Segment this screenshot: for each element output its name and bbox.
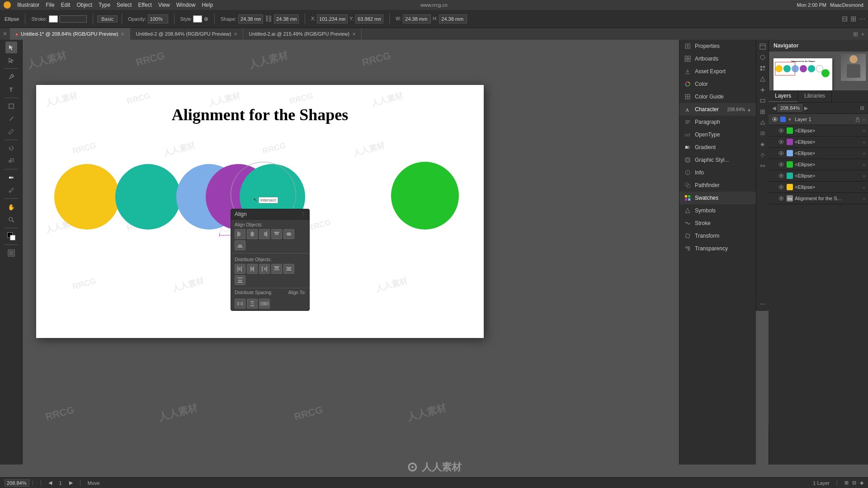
zoom-input[interactable] (778, 104, 802, 112)
layer-e2-target[interactable]: ○ (863, 140, 865, 145)
align-left-btn[interactable] (235, 229, 245, 239)
layer-1-lock[interactable] (854, 116, 861, 122)
align-center-v-btn[interactable] (283, 229, 294, 239)
menu-help[interactable]: Help (202, 2, 213, 8)
view-mode-btn[interactable] (5, 247, 17, 259)
layer-ellipse-1[interactable]: <Ellipse> ○ (769, 125, 868, 136)
fill-color-box[interactable] (49, 15, 58, 23)
align-to-grid-btn[interactable] (259, 299, 270, 309)
panel-icon-10[interactable]: ◈ (758, 139, 768, 149)
panel-icon-7[interactable]: ⊞ (758, 107, 768, 117)
panel-icon-5[interactable] (758, 85, 768, 95)
panel-icon-9[interactable] (758, 128, 768, 138)
menu-select[interactable]: Select (117, 2, 132, 8)
transform-row[interactable]: Transform (679, 230, 756, 242)
zoom-fit-icon[interactable]: ⊞ (860, 105, 864, 111)
more-icon[interactable]: ⋯ (859, 15, 865, 23)
panel-icon-8[interactable] (758, 117, 768, 127)
align-center-h-btn[interactable] (247, 229, 258, 239)
tab-3-close[interactable]: ✕ (352, 32, 356, 37)
panel-icon-1[interactable] (758, 42, 768, 52)
y-coord-input[interactable] (355, 14, 383, 23)
artboards-row[interactable]: Artboards (679, 52, 756, 65)
eyedropper-tool[interactable] (5, 184, 17, 196)
layer-1-target[interactable]: ○ (863, 117, 865, 122)
dist-center-v-btn[interactable] (283, 264, 294, 274)
tab-1[interactable]: ● Untitled-1* @ 208.84% (RGB/GPU Preview… (10, 28, 130, 40)
menu-file[interactable]: File (46, 2, 54, 8)
direct-select-tool[interactable] (5, 54, 17, 66)
stroke-preview[interactable] (60, 15, 87, 23)
layer-1-eye[interactable] (771, 116, 778, 123)
new-tab-icon[interactable]: + (861, 31, 864, 38)
menu-illustrator[interactable]: Illustrator (17, 2, 39, 8)
height-input[interactable] (274, 14, 299, 23)
style-preview[interactable] (193, 15, 202, 23)
menu-object[interactable]: Object (76, 2, 92, 8)
color-guide-row[interactable]: Color Guide (679, 90, 756, 103)
pathfinder-row[interactable]: Pathfinder (679, 179, 756, 192)
asset-export-row[interactable]: Asset Export (679, 65, 756, 78)
menu-effect[interactable]: Effect (138, 2, 151, 8)
layer-text-target[interactable]: ○ (863, 196, 865, 201)
pencil-tool[interactable] (5, 126, 17, 137)
layer-1-expand[interactable]: ▼ (788, 117, 792, 122)
panel-icon-6[interactable] (758, 96, 768, 106)
layer-e5-target[interactable]: ○ (863, 174, 865, 178)
layer-e6-target[interactable]: ○ (863, 185, 865, 190)
brush-tool[interactable] (5, 113, 17, 125)
layer-ellipse-5[interactable]: <Ellipse> ○ (769, 170, 868, 182)
opentype-row[interactable]: OT OpenType (679, 128, 756, 141)
pen-tool[interactable] (5, 71, 17, 83)
menu-edit[interactable]: Edit (61, 2, 71, 8)
layer-e1-eye[interactable] (778, 127, 785, 134)
color-row[interactable]: Color (679, 78, 756, 90)
align-bottom-btn[interactable] (235, 240, 245, 250)
layer-ellipse-6[interactable]: <Ellipse> ○ (769, 182, 868, 193)
arrange-icon[interactable]: ⊞ (853, 31, 858, 38)
width-input[interactable] (238, 14, 263, 23)
stroke-row[interactable]: Stroke (679, 217, 756, 230)
layer-e4-eye[interactable] (778, 161, 785, 168)
character-row[interactable]: A Character 208.84% ▲ (679, 103, 756, 116)
align-right-btn[interactable] (259, 229, 270, 239)
artboard-nav-next[interactable]: ▶ (69, 480, 73, 486)
layer-e5-eye[interactable] (778, 172, 785, 179)
align-icon[interactable]: ⊟ (842, 14, 848, 23)
layer-e6-eye[interactable] (778, 183, 785, 191)
rotate-tool[interactable] (5, 142, 17, 154)
align-top-btn[interactable] (271, 229, 282, 239)
teal-circle[interactable] (115, 164, 181, 230)
dist-bottom-btn[interactable] (235, 275, 245, 285)
artboard-nav-prev[interactable]: ◀ (48, 480, 52, 486)
layer-ellipse-2[interactable]: <Ellipse> ○ (769, 136, 868, 148)
properties-row[interactable]: Properties (679, 40, 756, 52)
layer-e3-eye[interactable] (778, 150, 785, 157)
panel-icon-11[interactable] (758, 150, 768, 160)
panel-more-icon[interactable]: ⋯ (758, 299, 768, 309)
menu-view[interactable]: View (158, 2, 170, 8)
info-row[interactable]: i Info (679, 166, 756, 179)
fill-stroke-btn[interactable] (5, 230, 17, 242)
tab-2-close[interactable]: ✕ (234, 32, 237, 37)
hand-tool[interactable]: ✋ (5, 201, 17, 213)
align-panel-menu[interactable]: ⋮ (301, 211, 306, 217)
layer-ellipse-4[interactable]: <Ellipse> ○ (769, 159, 868, 170)
dist-center-h-btn[interactable] (247, 264, 258, 274)
libraries-tab[interactable]: Libraries (798, 90, 832, 102)
menu-window[interactable]: Window (176, 2, 196, 8)
tab-1-close[interactable]: ✕ (121, 32, 124, 37)
panel-icon-4[interactable] (758, 74, 768, 84)
layer-e1-target[interactable]: ○ (863, 128, 865, 133)
tab-3[interactable]: Untitled-2.ai @ 215.49% (RGB/GPU Preview… (243, 28, 362, 40)
graphic-style-row[interactable]: Graphic Styl... (679, 154, 756, 166)
symbols-row[interactable]: Symbols (679, 204, 756, 217)
layers-tab[interactable]: Layers (769, 90, 798, 102)
distribute-icon[interactable]: ⊞ (850, 14, 856, 23)
status-zoom-input[interactable] (5, 479, 29, 487)
tab-2[interactable]: Untitled-2 @ 208.84% (RGB/GPU Preview) ✕ (130, 28, 243, 40)
menu-type[interactable]: Type (99, 2, 110, 8)
transparency-row[interactable]: Transparency (679, 242, 756, 255)
shape-tool[interactable] (5, 100, 17, 112)
layer-text-item[interactable]: Aa Alignment for the S... ○ (769, 193, 868, 204)
